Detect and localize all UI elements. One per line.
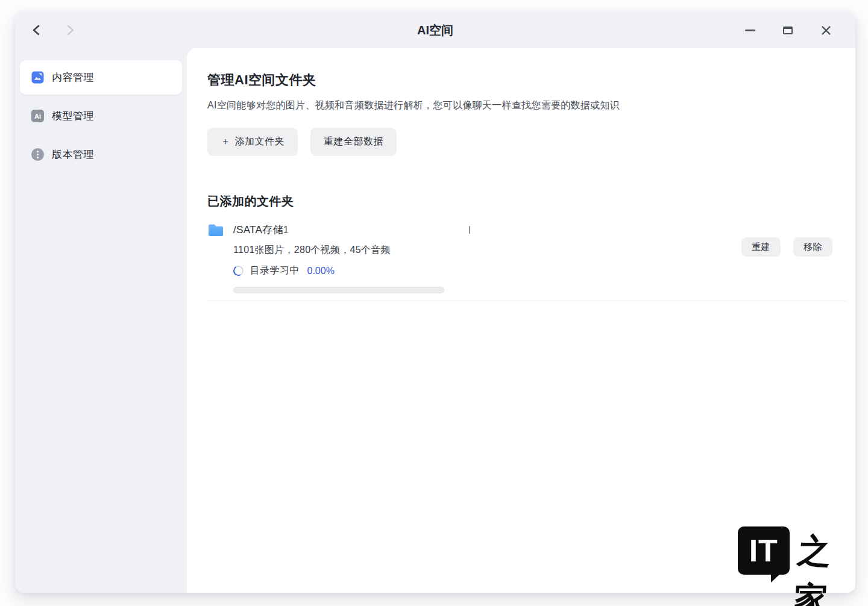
screenshot-stage: AI空间 — [0, 0, 868, 606]
minimize-icon — [745, 30, 755, 31]
content-manage-icon — [31, 71, 44, 84]
page-title: 管理AI空间文件夹 — [207, 71, 855, 89]
folder-progress-percent: 0.00% — [307, 266, 335, 276]
window-title: AI空间 — [15, 12, 855, 48]
window-controls — [743, 23, 855, 37]
sidebar-item-label: 内容管理 — [52, 70, 94, 84]
page-description: AI空间能够对您的图片、视频和音频数据进行解析，您可以像聊天一样查找您需要的数据… — [207, 99, 855, 112]
chevron-right-icon — [65, 24, 75, 36]
minimize-button[interactable] — [743, 23, 756, 37]
folder-path: /SATA存储1 — [233, 222, 470, 237]
loading-spinner-icon — [232, 264, 245, 277]
add-folder-label: 添加文件夹 — [235, 136, 285, 148]
close-icon — [821, 25, 831, 36]
watermark: IT 之家 www.ithome.com — [738, 526, 856, 606]
folder-stats: 1101张图片，280个视频，45个音频 — [233, 244, 470, 257]
sidebar: 内容管理 Ai 模型管理 版本管理 — [15, 48, 187, 593]
censored-path-mark — [469, 226, 470, 234]
sidebar-item-label: 模型管理 — [52, 109, 94, 123]
sidebar-item-version-manage[interactable]: 版本管理 — [20, 137, 182, 172]
sidebar-item-content-manage[interactable]: 内容管理 — [20, 60, 182, 95]
folder-path-text: /SATA存储1 — [233, 223, 289, 237]
close-button[interactable] — [819, 23, 832, 37]
ithome-logo-it-badge: IT — [738, 526, 790, 575]
folder-status-row: 目录学习中 0.00% — [233, 264, 470, 277]
plus-icon: ＋ — [221, 136, 231, 148]
folder-actions: 重建 移除 — [741, 237, 832, 257]
forward-button[interactable] — [62, 22, 78, 38]
sidebar-item-label: 版本管理 — [52, 148, 94, 161]
folder-info: /SATA存储1 1101张图片，280个视频，45个音频 目录学习中 0.00… — [233, 222, 470, 293]
titlebar[interactable]: AI空间 — [15, 12, 855, 48]
ai-model-icon: Ai — [31, 110, 44, 122]
censored-path-blur — [291, 222, 468, 237]
nav-arrows — [15, 22, 78, 38]
main-content: 管理AI空间文件夹 AI空间能够对您的图片、视频和音频数据进行解析，您可以像聊天… — [187, 48, 855, 593]
folder-list-item: /SATA存储1 1101张图片，280个视频，45个音频 目录学习中 0.00… — [207, 222, 855, 293]
maximize-button[interactable] — [781, 23, 794, 37]
folder-progress-bar — [233, 287, 444, 293]
app-window: AI空间 — [15, 12, 855, 593]
ithome-logo: IT 之家 — [738, 526, 856, 606]
maximize-icon — [783, 27, 793, 34]
row-divider — [207, 301, 846, 301]
rebuild-all-button[interactable]: 重建全部数据 — [310, 128, 397, 156]
rebuild-all-label: 重建全部数据 — [324, 136, 383, 148]
folder-status-label: 目录学习中 — [250, 264, 300, 277]
add-folder-button[interactable]: ＋ 添加文件夹 — [207, 128, 298, 156]
folder-remove-button[interactable]: 移除 — [793, 237, 832, 257]
toolbar: ＋ 添加文件夹 重建全部数据 — [207, 128, 855, 156]
folder-rebuild-button[interactable]: 重建 — [741, 237, 781, 257]
added-folders-title: 已添加的文件夹 — [207, 193, 855, 210]
folder-icon — [207, 223, 224, 237]
sidebar-item-model-manage[interactable]: Ai 模型管理 — [20, 99, 182, 133]
version-icon — [31, 148, 44, 161]
ithome-logo-suffix: 之家 — [792, 526, 860, 606]
chevron-left-icon — [31, 24, 42, 36]
back-button[interactable] — [28, 22, 44, 38]
